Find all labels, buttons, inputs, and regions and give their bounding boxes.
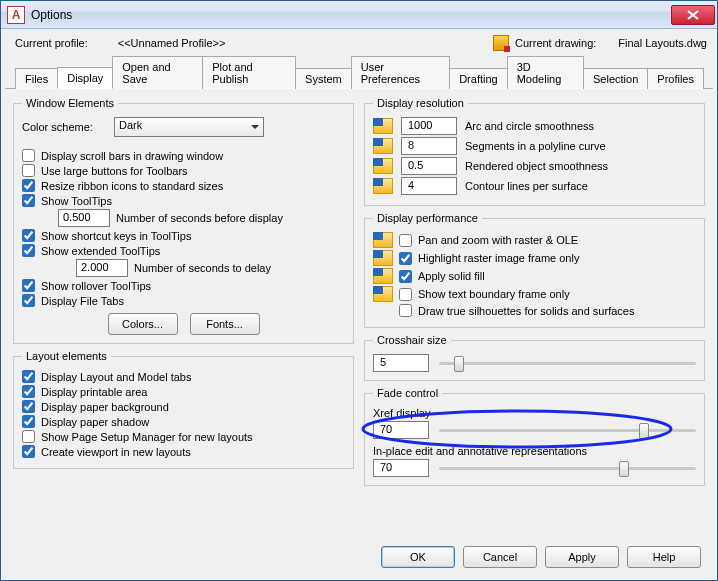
drawing-value: Final Layouts.dwg <box>618 37 707 49</box>
display-resolution-legend: Display resolution <box>373 97 468 109</box>
pan-zoom-checkbox[interactable] <box>399 234 412 247</box>
close-icon <box>687 10 699 20</box>
drawing-icon <box>493 35 509 51</box>
large-buttons-checkbox[interactable]: Use large buttons for Toolbars <box>22 164 345 177</box>
layout-model-tabs-label: Display Layout and Model tabs <box>41 371 191 383</box>
xref-display-label: Xref display <box>373 407 696 419</box>
printable-area-label: Display printable area <box>41 386 147 398</box>
crosshair-slider[interactable] <box>439 362 696 365</box>
silhouettes-label: Draw true silhouettes for solids and sur… <box>418 305 634 317</box>
xref-display-input[interactable]: 70 <box>373 421 429 439</box>
tab-profiles[interactable]: Profiles <box>647 68 704 89</box>
app-icon: A <box>7 6 25 24</box>
highlight-raster-label: Highlight raster image frame only <box>418 252 579 264</box>
color-scheme-label: Color scheme: <box>22 121 108 133</box>
pan-zoom-label: Pan and zoom with raster & OLE <box>418 234 578 246</box>
show-extended-checkbox[interactable]: Show extended ToolTips <box>22 244 345 257</box>
printable-area-checkbox[interactable]: Display printable area <box>22 385 345 398</box>
rendered-input[interactable]: 0.5 <box>401 157 457 175</box>
rendered-label: Rendered object smoothness <box>465 160 608 172</box>
paper-shadow-checkbox[interactable]: Display paper shadow <box>22 415 345 428</box>
arc-smoothness-input[interactable]: 1000 <box>401 117 457 135</box>
layout-elements-legend: Layout elements <box>22 350 111 362</box>
segments-label: Segments in a polyline curve <box>465 140 606 152</box>
page-setup-mgr-label: Show Page Setup Manager for new layouts <box>41 431 253 443</box>
layout-elements-group: Layout elements Display Layout and Model… <box>13 350 354 469</box>
highlight-raster-checkbox[interactable] <box>399 252 412 265</box>
seconds-before-label: Number of seconds before display <box>116 212 283 224</box>
arc-smoothness-label: Arc and circle smoothness <box>465 120 594 132</box>
show-extended-label: Show extended ToolTips <box>41 245 160 257</box>
show-rollover-label: Show rollover ToolTips <box>41 280 151 292</box>
dwg-icon <box>373 268 393 284</box>
apply-button[interactable]: Apply <box>545 546 619 568</box>
dialog-footer: OK Cancel Apply Help <box>1 538 717 580</box>
layout-model-tabs-checkbox[interactable]: Display Layout and Model tabs <box>22 370 345 383</box>
text-boundary-checkbox[interactable] <box>399 288 412 301</box>
resize-ribbon-checkbox[interactable]: Resize ribbon icons to standard sizes <box>22 179 345 192</box>
dwg-icon <box>373 138 393 154</box>
fade-control-legend: Fade control <box>373 387 442 399</box>
titlebar: A Options <box>1 1 717 29</box>
header-info: Current profile: <<Unnamed Profile>> Cur… <box>1 29 717 55</box>
colors-button[interactable]: Colors... <box>108 313 178 335</box>
dwg-icon <box>373 178 393 194</box>
segments-input[interactable]: 8 <box>401 137 457 155</box>
page-setup-mgr-checkbox[interactable]: Show Page Setup Manager for new layouts <box>22 430 345 443</box>
tab-system[interactable]: System <box>295 68 352 89</box>
apply-solid-label: Apply solid fill <box>418 270 485 282</box>
ok-button[interactable]: OK <box>381 546 455 568</box>
seconds-delay-input[interactable]: 2.000 <box>76 259 128 277</box>
silhouettes-checkbox[interactable] <box>399 304 412 317</box>
dwg-icon <box>373 232 393 248</box>
create-viewport-label: Create viewport in new layouts <box>41 446 191 458</box>
show-shortcut-checkbox[interactable]: Show shortcut keys in ToolTips <box>22 229 345 242</box>
show-rollover-checkbox[interactable]: Show rollover ToolTips <box>22 279 345 292</box>
fade-control-group: Fade control Xref display 70 In-place ed… <box>364 387 705 486</box>
display-performance-legend: Display performance <box>373 212 482 224</box>
help-button[interactable]: Help <box>627 546 701 568</box>
text-boundary-label: Show text boundary frame only <box>418 288 570 300</box>
crosshair-input[interactable]: 5 <box>373 354 429 372</box>
seconds-before-input[interactable]: 0.500 <box>58 209 110 227</box>
tab-3d-modeling[interactable]: 3D Modeling <box>507 56 584 89</box>
fonts-button[interactable]: Fonts... <box>190 313 260 335</box>
tab-drafting[interactable]: Drafting <box>449 68 508 89</box>
contour-input[interactable]: 4 <box>401 177 457 195</box>
cancel-button[interactable]: Cancel <box>463 546 537 568</box>
window-elements-group: Window Elements Color scheme: Dark Displ… <box>13 97 354 344</box>
show-tooltips-label: Show ToolTips <box>41 195 112 207</box>
paper-bg-label: Display paper background <box>41 401 169 413</box>
tab-plot-publish[interactable]: Plot and Publish <box>202 56 296 89</box>
display-performance-group: Display performance Pan and zoom with ra… <box>364 212 705 328</box>
paper-bg-checkbox[interactable]: Display paper background <box>22 400 345 413</box>
dwg-icon <box>373 286 393 302</box>
tab-display[interactable]: Display <box>57 67 113 89</box>
xref-display-slider[interactable] <box>439 429 696 432</box>
window-title: Options <box>31 8 669 22</box>
create-viewport-checkbox[interactable]: Create viewport in new layouts <box>22 445 345 458</box>
paper-shadow-label: Display paper shadow <box>41 416 149 428</box>
tabs: Files Display Open and Save Plot and Pub… <box>5 55 713 89</box>
crosshair-group: Crosshair size 5 <box>364 334 705 381</box>
resize-ribbon-label: Resize ribbon icons to standard sizes <box>41 180 223 192</box>
color-scheme-select[interactable]: Dark <box>114 117 264 137</box>
display-resolution-group: Display resolution 1000 Arc and circle s… <box>364 97 705 206</box>
show-shortcut-label: Show shortcut keys in ToolTips <box>41 230 191 242</box>
contour-label: Contour lines per surface <box>465 180 588 192</box>
tab-files[interactable]: Files <box>15 68 58 89</box>
inplace-input[interactable]: 70 <box>373 459 429 477</box>
tab-open-save[interactable]: Open and Save <box>112 56 203 89</box>
scrollbars-checkbox[interactable]: Display scroll bars in drawing window <box>22 149 345 162</box>
inplace-slider[interactable] <box>439 467 696 470</box>
tab-user-prefs[interactable]: User Preferences <box>351 56 450 89</box>
file-tabs-checkbox[interactable]: Display File Tabs <box>22 294 345 307</box>
seconds-delay-label: Number of seconds to delay <box>134 262 271 274</box>
dwg-icon <box>373 250 393 266</box>
profile-value: <<Unnamed Profile>> <box>118 37 226 49</box>
apply-solid-checkbox[interactable] <box>399 270 412 283</box>
tab-selection[interactable]: Selection <box>583 68 648 89</box>
show-tooltips-checkbox[interactable]: Show ToolTips <box>22 194 345 207</box>
file-tabs-label: Display File Tabs <box>41 295 124 307</box>
close-button[interactable] <box>671 5 715 25</box>
